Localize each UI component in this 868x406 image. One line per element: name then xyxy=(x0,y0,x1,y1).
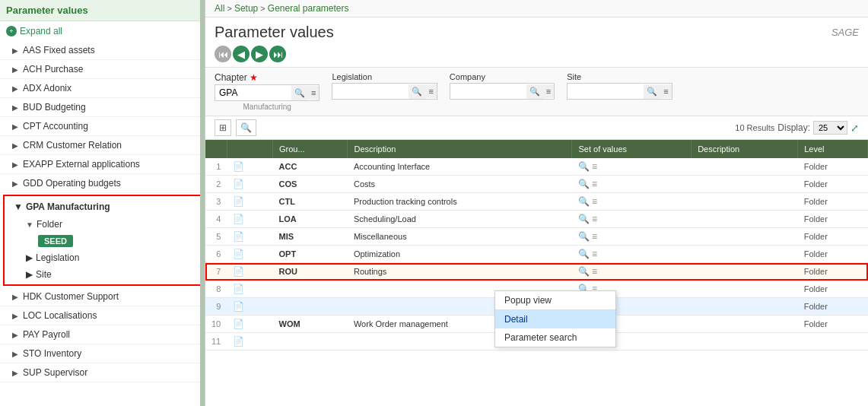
nav-buttons: ⏮ ◀ ▶ ⏭ xyxy=(205,44,868,67)
sidebar-item-hdk[interactable]: ▶ HDK Customer Support xyxy=(0,287,205,306)
sidebar-item-adx[interactable]: ▶ ADX Adonix xyxy=(0,79,205,98)
table-row[interactable]: 1 📄 ACC Accounting Interface 🔍≡ Folder xyxy=(205,158,868,176)
group-code: CTL xyxy=(273,193,348,211)
seed-item[interactable]: SEED xyxy=(5,233,200,249)
breadcrumb: All > Setup > General parameters xyxy=(205,0,868,17)
breadcrumb-general-params[interactable]: General parameters xyxy=(268,3,349,14)
sidebar-item-aas[interactable]: ▶ AAS Fixed assets xyxy=(0,41,205,60)
nav-next-button[interactable]: ▶ xyxy=(251,46,268,62)
description: Scheduling/Load xyxy=(348,211,572,228)
arrow-icon: ▶ xyxy=(12,312,20,320)
sidebar-item-label: EXAPP External applications xyxy=(23,159,140,170)
doc-icon: 📄 xyxy=(227,176,272,193)
doc-icon: 📄 xyxy=(227,228,272,246)
site-search-button[interactable]: 🔍 xyxy=(644,84,660,99)
table-row[interactable]: 5 📄 MIS Miscellaneous 🔍≡ Folder xyxy=(205,228,868,246)
company-input[interactable] xyxy=(450,84,526,99)
legislation-list-button[interactable]: ≡ xyxy=(425,84,436,98)
sidebar-item-bud[interactable]: ▶ BUD Budgeting xyxy=(0,98,205,117)
expand-table-button[interactable]: ⤢ xyxy=(851,122,859,134)
company-list-button[interactable]: ≡ xyxy=(543,84,554,98)
sidebar-item-sup[interactable]: ▶ SUP Supervisor xyxy=(0,363,205,382)
arrow-down-icon: ▼ xyxy=(14,201,23,212)
description: Accounting Interface xyxy=(348,158,572,176)
arrow-icon: ▶ xyxy=(12,103,20,112)
description2 xyxy=(692,228,798,246)
context-menu-detail[interactable]: Detail xyxy=(495,310,615,328)
sidebar-item-pay[interactable]: ▶ PAY Payroll xyxy=(0,325,205,344)
sidebar-item-loc[interactable]: ▶ LOC Localisations xyxy=(0,306,205,325)
display-select[interactable]: 25 50 100 xyxy=(813,121,847,135)
col-set-of-values[interactable]: Set of values xyxy=(572,140,692,158)
expand-icon: + xyxy=(6,26,17,36)
sidebar-item-gpa[interactable]: ▼ GPA Manufacturing xyxy=(5,198,200,216)
sidebar-item-crm[interactable]: ▶ CRM Customer Relation xyxy=(0,136,205,155)
context-menu-param-search[interactable]: Parameter search xyxy=(495,328,615,347)
description2 xyxy=(692,333,798,350)
arrow-icon: ▶ xyxy=(12,65,20,74)
table-row-rou[interactable]: 7 📄 ROU Routings 🔍≡ Folder xyxy=(205,263,868,281)
arrow-icon: ▶ xyxy=(12,141,20,150)
chapter-list-button[interactable]: ≡ xyxy=(308,86,319,100)
chapter-input[interactable] xyxy=(215,85,291,100)
doc-icon: 📄 xyxy=(227,246,272,263)
group-code xyxy=(273,333,348,350)
search-button[interactable]: 🔍 xyxy=(236,119,256,136)
sidebar-item-ach[interactable]: ▶ ACH Purchase xyxy=(0,60,205,79)
breadcrumb-all[interactable]: All xyxy=(215,3,224,14)
site-input[interactable] xyxy=(568,84,644,99)
description2 xyxy=(692,298,798,316)
sidebar-resize-handle[interactable] xyxy=(200,0,205,406)
level: Folder xyxy=(798,193,868,211)
arrow-icon: ▶ xyxy=(12,84,20,93)
description2 xyxy=(692,158,798,176)
nav-prev-button[interactable]: ◀ xyxy=(233,46,250,62)
table-row[interactable]: 3 📄 CTL Production tracking controls 🔍≡ … xyxy=(205,193,868,211)
sidebar-item-label: ACH Purchase xyxy=(23,64,83,75)
breadcrumb-setup[interactable]: Setup xyxy=(234,3,258,14)
grid-view-button[interactable]: ⊞ xyxy=(215,119,231,136)
sidebar-item-cpt[interactable]: ▶ CPT Accounting xyxy=(0,117,205,136)
context-menu-popup[interactable]: Popup view xyxy=(495,291,615,310)
legislation-search-button[interactable]: 🔍 xyxy=(409,84,425,99)
description2 xyxy=(692,246,798,263)
chapter-filter: Chapter ★ 🔍 ≡ Manufacturing xyxy=(215,72,320,111)
level: Folder xyxy=(798,316,868,333)
chapter-search-button[interactable]: 🔍 xyxy=(291,86,308,100)
arrow-icon: ▶ xyxy=(26,269,33,280)
doc-icon: 📄 xyxy=(227,298,272,316)
doc-icon: 📄 xyxy=(227,316,272,333)
sidebar-item-label: BUD Budgeting xyxy=(23,102,86,113)
site-item[interactable]: ▶ Site xyxy=(5,266,200,283)
legislation-input[interactable] xyxy=(332,84,409,99)
sidebar-item-gdd[interactable]: ▶ GDD Operating budgets xyxy=(0,174,205,193)
arrow-icon: ▶ xyxy=(12,331,20,339)
expand-all-button[interactable]: + Expand all xyxy=(0,21,205,41)
col-description2[interactable]: Description xyxy=(692,140,798,158)
nav-first-button[interactable]: ⏮ xyxy=(215,46,231,62)
table-row[interactable]: 2 📄 COS Costs 🔍≡ Folder xyxy=(205,176,868,193)
site-list-button[interactable]: ≡ xyxy=(660,84,671,98)
level: Folder xyxy=(798,228,868,246)
table-row[interactable]: 6 📄 OPT Optimization 🔍≡ Folder xyxy=(205,246,868,263)
col-level[interactable]: Level xyxy=(798,140,868,158)
arrow-icon: ▶ xyxy=(12,369,20,377)
company-search-button[interactable]: 🔍 xyxy=(526,84,543,99)
sidebar-item-exapp[interactable]: ▶ EXAPP External applications xyxy=(0,155,205,174)
row-num: 8 xyxy=(205,281,227,298)
page-title: Parameter values xyxy=(215,24,334,41)
row-num: 6 xyxy=(205,246,227,263)
set-of-values: 🔍≡ xyxy=(572,158,692,176)
chapter-label: Chapter ★ xyxy=(215,72,320,83)
table-row[interactable]: 4 📄 LOA Scheduling/Load 🔍≡ Folder xyxy=(205,211,868,228)
sidebar-item-sto[interactable]: ▶ STO Inventory xyxy=(0,344,205,363)
arrow-icon: ▶ xyxy=(12,122,20,131)
legislation-item[interactable]: ▶ Legislation xyxy=(5,249,200,266)
folder-item[interactable]: ▼ Folder xyxy=(5,216,200,233)
toolbar-left: ⊞ 🔍 xyxy=(215,119,256,136)
sidebar-item-label: STO Inventory xyxy=(23,348,81,359)
nav-last-button[interactable]: ⏭ xyxy=(269,46,286,62)
row-num: 4 xyxy=(205,211,227,228)
col-group[interactable]: Grou... xyxy=(273,140,348,158)
col-description[interactable]: Description xyxy=(348,140,572,158)
